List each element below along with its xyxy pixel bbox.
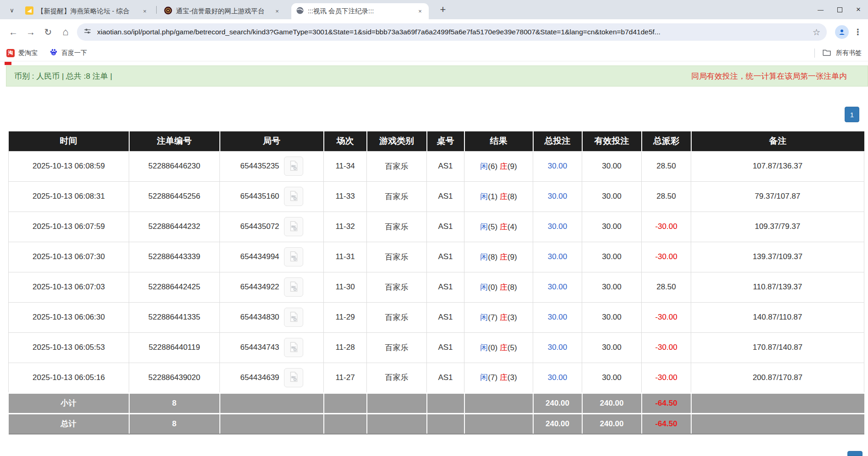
result-banker-number: (8) [508,192,517,201]
close-icon[interactable]: × [416,7,424,16]
cell-game-type: 百家乐 [367,212,427,242]
cell-bet-number: 522886444232 [129,212,220,242]
bet-record-table: 时间注单编号局号场次游戏类别桌号结果总投注有效投注总派彩备注 2025-10-1… [8,131,864,434]
cell-total-bet[interactable]: 30.00 [533,272,582,302]
result-banker-label: 庄 [500,192,508,201]
video-icon [288,250,300,264]
cell-table-number: AS1 [427,212,464,242]
cell-total-bet[interactable]: 30.00 [533,332,582,363]
bookmark-baidu[interactable]: du 百度一下 [49,48,87,58]
cell-valid-bet: 30.00 [582,363,642,393]
result-banker-number: (3) [508,373,517,382]
total-row-cell: 240.00 [533,413,582,434]
video-replay-button[interactable] [284,368,303,387]
page-number-button[interactable]: 1 [845,107,859,122]
tab-search-button[interactable]: ∨ [5,4,18,16]
cell-bet-number: 522886443339 [129,242,220,272]
video-replay-button[interactable] [284,247,303,266]
cell-time: 2025-10-13 06:07:30 [9,242,129,272]
cell-session: 11-34 [324,151,367,181]
video-replay-button[interactable] [284,338,303,357]
taobao-icon: 淘 [6,49,15,57]
tab-betrecord-active[interactable]: :::视讯 会员下注纪录::: × [291,3,429,19]
header-row: 时间注单编号局号场次游戏类别桌号结果总投注有效投注总派彩备注 [9,131,864,151]
video-replay-button[interactable] [284,277,303,297]
video-replay-button[interactable] [284,187,303,206]
url-input[interactable]: xiaotian.so/ipl/portal.php/game/betrecor… [97,28,808,36]
video-replay-button[interactable] [284,217,303,236]
cell-total-bet[interactable]: 30.00 [533,212,582,242]
cell-time: 2025-10-13 06:05:16 [9,363,129,393]
tab-tongbao[interactable]: 通宝-信誉最好的网上游戏平台 × [159,3,286,19]
close-icon[interactable]: × [141,7,149,16]
cell-total-bet[interactable]: 30.00 [533,242,582,272]
cell-payout: 28.50 [642,151,691,181]
cell-bet-number: 522886441335 [129,302,220,332]
cell-result: 闲(1) 庄(8) [464,181,533,212]
result-banker-label: 庄 [500,373,508,382]
subtotal-row-cell: 8 [129,393,220,413]
all-bookmarks-button[interactable]: 所有书签 [814,49,862,58]
forward-button[interactable]: → [22,23,39,41]
back-button[interactable]: ← [5,23,22,41]
round-number-text: 654434743 [240,343,279,352]
tab-separator [156,6,157,14]
subtotal-row-cell: 240.00 [533,393,582,413]
window-close-button[interactable]: × [856,5,861,14]
cell-total-bet[interactable]: 30.00 [533,363,582,393]
minimize-button[interactable]: — [818,6,824,13]
cell-payout: -30.00 [642,302,691,332]
cell-table-number: AS1 [427,332,464,363]
cell-valid-bet: 30.00 [582,302,642,332]
browser-toolbar: ← → ↻ ⌂ xiaotian.so/ipl/portal.php/game/… [0,19,868,45]
cell-table-number: AS1 [427,242,464,272]
cell-time: 2025-10-13 06:08:59 [9,151,129,181]
cell-payout: -30.00 [642,212,691,242]
reload-button[interactable]: ↻ [39,23,57,41]
result-player-label: 闲 [480,253,488,261]
subtotal-row-cell [324,393,367,413]
cell-round-number: 654435235 [220,151,324,181]
site-info-icon[interactable] [83,27,92,37]
round-number-text: 654435072 [240,222,279,231]
home-button[interactable]: ⌂ [57,23,74,41]
bookmark-star-icon[interactable]: ☆ [813,27,820,38]
video-icon [288,341,300,354]
maximize-button[interactable] [837,7,842,12]
subtotal-row-cell [691,393,864,413]
result-player-number: (0) [488,343,500,352]
table-row: 2025-10-13 06:07:03522886442425654434922… [9,272,864,302]
video-icon [288,160,300,173]
table-row: 2025-10-13 06:07:59522886444232654435072… [9,212,864,242]
cell-round-number: 654434994 [220,242,324,272]
new-tab-button[interactable]: + [436,3,450,16]
video-replay-button[interactable] [284,308,303,327]
column-header: 桌号 [427,131,464,151]
cell-result: 闲(0) 庄(8) [464,272,533,302]
tab-forum[interactable]: 【新提醒】海燕策略论坛 - 综合 × [21,3,153,19]
column-header: 注单编号 [129,131,220,151]
window-controls: — × [818,0,868,19]
bottom-page-number-button[interactable] [847,451,863,456]
round-number-text: 654435160 [240,192,279,201]
cell-result: 闲(8) 庄(9) [464,242,533,272]
subtotal-row-cell [464,393,533,413]
cell-payout: 28.50 [642,272,691,302]
cell-time: 2025-10-13 06:05:53 [9,332,129,363]
video-replay-button[interactable] [284,157,303,176]
cell-total-bet[interactable]: 30.00 [533,302,582,332]
profile-avatar[interactable] [835,25,849,39]
cell-payout: 28.50 [642,181,691,212]
cell-total-bet[interactable]: 30.00 [533,181,582,212]
cell-session: 11-28 [324,332,367,363]
bookmark-taobao[interactable]: 淘 爱淘宝 [6,49,38,57]
cell-remark: 110.87/139.37 [691,272,864,302]
browser-menu-icon[interactable]: ⋮ [852,27,863,37]
banner-notice: 同局有效投注，统一计算在该局第一张注单内 [691,71,847,81]
url-bar[interactable]: xiaotian.so/ipl/portal.php/game/betrecor… [77,23,827,41]
result-banker-label: 庄 [500,162,508,171]
total-row-cell: 240.00 [582,413,642,434]
cell-total-bet[interactable]: 30.00 [533,151,582,181]
close-icon[interactable]: × [273,7,281,16]
cell-remark: 109.37/79.37 [691,212,864,242]
